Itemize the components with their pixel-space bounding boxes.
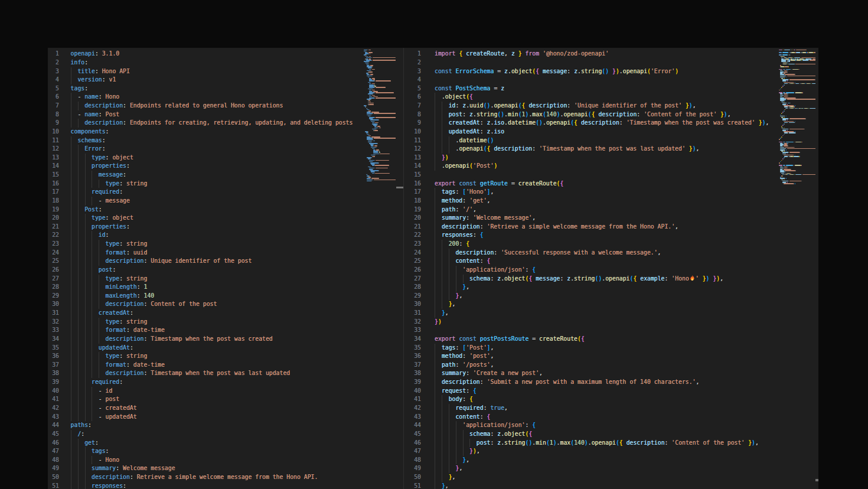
code-line[interactable]: components: [71, 128, 109, 136]
line-number[interactable]: 34 [48, 335, 59, 344]
line-number[interactable]: 13 [404, 154, 421, 162]
line-number[interactable]: 18 [48, 197, 59, 206]
line-number[interactable]: 36 [404, 352, 421, 361]
code-line[interactable]: .object({ [435, 93, 473, 102]
code-line[interactable]: description: Endpoints related to genera… [71, 102, 283, 110]
code-line[interactable]: }, [435, 482, 449, 489]
line-number[interactable]: 51 [48, 482, 59, 489]
line-number[interactable]: 13 [48, 154, 59, 162]
code-line[interactable]: method: 'get', [435, 197, 490, 206]
line-number[interactable]: 38 [404, 369, 421, 378]
line-number[interactable]: 7 [404, 102, 421, 110]
line-number[interactable]: 38 [48, 369, 59, 378]
line-number[interactable]: 2 [404, 58, 421, 67]
code-line[interactable]: path: '/posts', [435, 361, 494, 370]
code-line[interactable]: body: { [435, 395, 473, 404]
code-line[interactable]: 'application/json': { [435, 266, 536, 275]
line-number[interactable]: 8 [48, 110, 59, 119]
line-number[interactable]: 14 [404, 162, 421, 171]
code-line[interactable]: type: object [71, 214, 133, 223]
line-number[interactable]: 40 [404, 387, 421, 396]
line-number[interactable]: 46 [404, 439, 421, 448]
code-line[interactable]: openapi: 3.1.0 [71, 50, 120, 58]
code-line[interactable]: schema: z.object({ [435, 430, 532, 439]
code-line[interactable]: type: string [71, 180, 148, 188]
code-line[interactable]: required: true, [435, 404, 508, 413]
line-number[interactable]: 15 [404, 171, 421, 180]
code-line[interactable]: info: [71, 58, 89, 67]
code-line[interactable]: }), [435, 447, 480, 456]
line-number[interactable]: 30 [48, 300, 59, 309]
line-number[interactable]: 24 [404, 249, 421, 257]
code-line[interactable]: description: Retrieve a simple welcome m… [71, 473, 318, 482]
line-number[interactable]: 44 [48, 421, 59, 430]
line-number[interactable]: 47 [48, 447, 59, 456]
line-number[interactable]: 28 [48, 283, 59, 292]
line-number[interactable]: 37 [48, 361, 59, 370]
code-line[interactable]: const ErrorSchema = z.object({ message: … [435, 67, 678, 76]
code-line[interactable]: schemas: [71, 136, 106, 145]
code-line[interactable]: description: 'Successful response with a… [435, 249, 661, 257]
line-number[interactable]: 24 [48, 249, 59, 257]
line-number[interactable]: 14 [48, 162, 59, 171]
line-number[interactable]: 21 [404, 223, 421, 232]
line-number[interactable]: 27 [404, 275, 421, 283]
line-number[interactable]: 51 [404, 482, 421, 489]
line-number[interactable]: 23 [48, 240, 59, 249]
line-number[interactable]: 19 [48, 206, 59, 214]
code-line[interactable]: 'application/json': { [435, 421, 536, 430]
line-number[interactable]: 48 [48, 456, 59, 465]
code-line[interactable]: description: Endpoints for creating, ret… [71, 119, 353, 128]
code-line[interactable]: export const postPostsRoute = createRout… [435, 335, 585, 344]
minimap[interactable] [364, 50, 396, 489]
line-number[interactable]: 32 [48, 318, 59, 327]
line-number[interactable]: 10 [404, 128, 421, 136]
line-number[interactable]: 16 [404, 180, 421, 188]
code-line[interactable]: method: 'post', [435, 352, 494, 361]
line-number[interactable]: 50 [48, 473, 59, 482]
code-line[interactable]: id: z.uuid().openapi({ description: 'Uni… [435, 102, 696, 110]
line-number[interactable]: 45 [404, 430, 421, 439]
code-line[interactable]: updatedAt: [71, 344, 133, 353]
line-number[interactable]: 8 [404, 110, 421, 119]
line-number[interactable]: 6 [404, 93, 421, 102]
line-number[interactable]: 41 [404, 395, 421, 404]
code-line[interactable]: }, [435, 456, 469, 465]
code-line[interactable]: Error: [71, 145, 106, 154]
code-line[interactable]: get: [71, 439, 99, 448]
line-number[interactable]: 45 [48, 430, 59, 439]
line-number[interactable]: 31 [404, 309, 421, 318]
code-line[interactable]: description: 'Submit a new post with a m… [435, 378, 699, 387]
line-number[interactable]: 1 [404, 50, 421, 58]
line-number[interactable]: 36 [48, 352, 59, 361]
line-number[interactable]: 5 [48, 84, 59, 93]
code-line[interactable]: message: [71, 171, 126, 180]
code-line[interactable]: updatedAt: z.iso [435, 128, 504, 136]
line-number[interactable]: 48 [404, 456, 421, 465]
code-line[interactable]: content: { [435, 413, 490, 422]
code-line[interactable]: properties: [71, 162, 130, 171]
code-line[interactable]: description: Timestamp when the post was… [71, 335, 273, 344]
code-line[interactable]: - post [71, 395, 120, 404]
code-line[interactable]: - updatedAt [71, 413, 137, 422]
code-line[interactable]: type: string [71, 275, 148, 283]
pane-divider[interactable] [403, 48, 404, 489]
code-line[interactable]: tags: ['Post'], [435, 344, 494, 353]
line-number[interactable]: 39 [404, 378, 421, 387]
line-number[interactable]: 29 [404, 292, 421, 301]
line-number[interactable]: 4 [48, 76, 59, 84]
code-line[interactable]: type: string [71, 240, 148, 249]
code-line[interactable]: format: date-time [71, 326, 165, 335]
line-number[interactable]: 42 [404, 404, 421, 413]
line-number[interactable]: 7 [48, 102, 59, 110]
line-number[interactable]: 20 [48, 214, 59, 223]
code-line[interactable]: summary: Welcome message [71, 464, 175, 473]
line-number[interactable]: 35 [48, 344, 59, 353]
code-line[interactable]: format: uuid [71, 249, 148, 257]
line-number[interactable]: 25 [48, 257, 59, 266]
line-number[interactable]: 33 [404, 326, 421, 335]
code-line[interactable]: - createdAt [71, 404, 137, 413]
line-number[interactable]: 16 [48, 180, 59, 188]
line-number[interactable]: 40 [48, 387, 59, 396]
code-line[interactable]: Post: [71, 206, 102, 214]
